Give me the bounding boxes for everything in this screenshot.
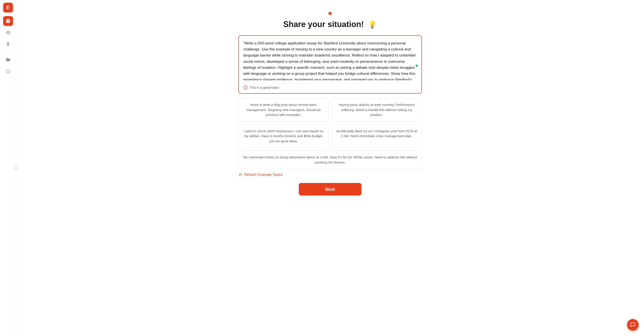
example-topic-2[interactable]: Having panic attacks at work recently. P… — [332, 98, 422, 122]
refresh-topics-label: Refresh Example Topics — [244, 173, 282, 177]
sidebar-expand-button[interactable]: >> — [12, 165, 20, 171]
good-topic-text: This is a good topic! — [250, 86, 279, 89]
refresh-topics-button[interactable]: Refresh Example Topics — [238, 173, 282, 177]
example-topic-3[interactable]: I want to check which businesses I can s… — [238, 124, 329, 148]
next-button[interactable]: Next — [299, 183, 362, 195]
good-topic-badge: This is a good topic! — [243, 83, 417, 90]
refresh-icon — [238, 173, 242, 177]
page-title-emoji: 💡 — [368, 20, 377, 29]
folder-2-button[interactable] — [3, 66, 13, 76]
app-logo[interactable]: E — [3, 3, 13, 12]
export-button[interactable] — [3, 39, 13, 49]
page-title-text: Share your situation! — [283, 20, 364, 29]
example-topic-4[interactable]: Accidentally liked my ex's Instagram pos… — [332, 124, 422, 148]
example-topic-3-text: I want to check which businesses I can s… — [244, 129, 324, 143]
examples-grid: Need to write a blog post about remote t… — [238, 98, 422, 169]
page-title: Share your situation! 💡 — [283, 20, 377, 29]
next-button-label: Next — [325, 187, 335, 192]
example-topic-2-text: Having panic attacks at work recently. P… — [338, 103, 415, 117]
page-star-icon: ✦ — [327, 9, 334, 18]
example-topic-5-text: My roommate insists on doing interpretiv… — [243, 155, 417, 164]
sidebar-divider — [4, 52, 12, 52]
situation-textarea[interactable]: "Write a 500-word college application es… — [243, 40, 417, 80]
history-button[interactable] — [3, 28, 13, 37]
ai-button[interactable] — [3, 16, 13, 26]
check-circle-icon — [243, 85, 248, 90]
chat-fab-icon — [630, 322, 636, 328]
example-topic-1[interactable]: Need to write a blog post about remote t… — [238, 98, 329, 122]
example-topic-4-text: Accidentally liked my ex's Instagram pos… — [336, 129, 417, 138]
logo-letter: E — [6, 5, 10, 10]
sidebar: E >> — [0, 0, 16, 336]
chat-fab-button[interactable] — [627, 319, 639, 331]
expand-label: >> — [14, 167, 18, 169]
example-topic-1-text: Need to write a blog post about remote t… — [246, 103, 321, 117]
green-dot-indicator — [416, 65, 418, 67]
example-topic-5[interactable]: My roommate insists on doing interpretiv… — [238, 151, 422, 169]
folder-1-button[interactable] — [3, 55, 13, 65]
main-content: ✦ Share your situation! 💡 "Write a 500-w… — [16, 0, 644, 336]
textarea-container: "Write a 500-word college application es… — [238, 35, 422, 94]
